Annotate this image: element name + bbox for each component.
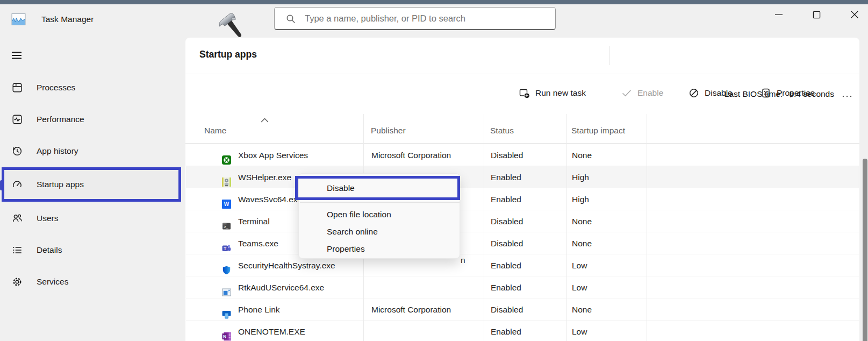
row-impact: None xyxy=(572,144,592,166)
context-menu-item-open-file-location[interactable]: Open file location xyxy=(299,206,460,223)
column-divider xyxy=(484,114,484,341)
row-status: Enabled xyxy=(491,166,521,188)
row-status: Disabled xyxy=(491,299,523,321)
sidebar-item-app-history[interactable]: App history xyxy=(4,138,178,164)
sidebar-item-processes[interactable]: Processes xyxy=(4,75,178,101)
vertical-scrollbar-thumb[interactable] xyxy=(863,159,867,341)
row-impact: Low xyxy=(572,254,587,276)
row-name: RtkAudUService64.exe xyxy=(238,276,324,299)
table-row[interactable]: RtkAudUService64.exe Enabled Low xyxy=(186,276,859,299)
onenote-icon: N xyxy=(222,327,231,336)
task-manager-app-icon xyxy=(11,13,26,25)
security-icon xyxy=(222,261,231,270)
svg-text:>_: >_ xyxy=(224,225,228,229)
sidebar-item-label: Startup apps xyxy=(37,180,84,189)
window-top-edge xyxy=(0,0,868,4)
column-divider xyxy=(647,114,647,341)
row-status: Enabled xyxy=(491,321,521,341)
context-menu-item-search-online[interactable]: Search online xyxy=(299,223,460,240)
row-status: Disabled xyxy=(491,232,523,254)
table-rows: Xbox App Services Microsoft Corporation … xyxy=(185,38,859,341)
row-impact: High xyxy=(572,188,589,210)
sidebar-item-details[interactable]: Details xyxy=(4,237,178,263)
sidebar-item-label: Performance xyxy=(37,115,84,124)
services-icon xyxy=(12,276,23,287)
table-row[interactable]: N ONENOTEM.EXE Enabled Low xyxy=(186,321,859,341)
search-box[interactable] xyxy=(274,7,556,30)
row-impact: Low xyxy=(572,276,587,299)
navigation-menu-button[interactable] xyxy=(10,48,24,62)
row-name: Teams.exe xyxy=(238,232,278,254)
processes-icon xyxy=(12,82,23,93)
startup-apps-panel: Startup apps Run new task Enable Disable… xyxy=(185,38,859,341)
svg-text:N: N xyxy=(223,334,226,339)
search-icon xyxy=(286,14,296,24)
sidebar-item-label: Users xyxy=(37,214,58,223)
row-status: Enabled xyxy=(491,254,521,276)
row-name: ONENOTEM.EXE xyxy=(238,321,305,341)
row-status: Disabled xyxy=(491,144,523,166)
table-row[interactable]: >_ Terminal Disabled None xyxy=(186,210,859,232)
svg-text:W: W xyxy=(224,201,229,207)
startup-apps-icon xyxy=(12,179,23,190)
sidebar-item-users[interactable]: Users xyxy=(4,205,178,231)
context-menu: Disable Open file location Search online… xyxy=(298,173,460,259)
realtek-icon xyxy=(222,283,231,292)
search-input[interactable] xyxy=(305,13,541,24)
row-name: Terminal xyxy=(238,210,270,232)
sidebar-item-label: App history xyxy=(37,146,78,156)
sidebar-item-performance[interactable]: Performance xyxy=(4,106,178,132)
table-row[interactable]: Phone Link Microsoft Corporation Disable… xyxy=(186,299,859,321)
hammer-cursor-icon xyxy=(215,12,248,44)
row-impact: None xyxy=(572,210,592,232)
row-status: Enabled xyxy=(491,276,521,299)
column-divider xyxy=(566,114,567,341)
waves-icon: W xyxy=(222,195,231,204)
details-icon xyxy=(12,245,23,255)
context-menu-item-disable[interactable]: Disable xyxy=(299,177,460,200)
terminal-icon: >_ xyxy=(222,217,231,226)
row-publisher: Microsoft Corporation xyxy=(371,144,451,166)
phonelink-icon xyxy=(222,305,231,314)
svg-text:T: T xyxy=(224,246,226,251)
wshelper-icon xyxy=(222,173,231,182)
sidebar-item-label: Details xyxy=(37,245,62,255)
sidebar-item-label: Services xyxy=(37,277,68,287)
row-impact: None xyxy=(572,299,592,321)
sidebar-item-startup-apps[interactable]: Startup apps xyxy=(4,170,178,199)
row-name: Xbox App Services xyxy=(238,144,308,166)
performance-icon xyxy=(12,114,23,125)
row-publisher: Microsoft Corporation xyxy=(371,299,451,321)
table-row[interactable]: Xbox App Services Microsoft Corporation … xyxy=(186,144,859,166)
publisher-peek-fragment: n xyxy=(461,249,465,271)
table-row[interactable]: T Teams.exe Disabled None xyxy=(186,232,859,254)
row-status: Enabled xyxy=(491,188,521,210)
table-row[interactable]: SecurityHealthSystray.exe Enabled Low xyxy=(186,254,859,276)
table-row[interactable]: W WavesSvc64.exe Enabled High xyxy=(186,188,859,210)
close-button[interactable] xyxy=(847,8,862,22)
row-status: Disabled xyxy=(491,210,523,232)
sidebar-item-label: Processes xyxy=(37,83,75,93)
maximize-button[interactable] xyxy=(809,8,824,22)
sidebar-item-services[interactable]: Services xyxy=(4,269,178,295)
row-name: WSHelper.exe xyxy=(238,166,291,188)
users-icon xyxy=(12,213,23,224)
teams-icon: T xyxy=(222,239,231,248)
xbox-icon xyxy=(222,151,231,160)
task-manager-window: Task Manager Processes Performance App h… xyxy=(0,0,868,341)
nav-selection-pill xyxy=(0,180,3,190)
app-title: Task Manager xyxy=(41,14,94,24)
row-name: WavesSvc64.exe xyxy=(238,188,302,210)
row-name: Phone Link xyxy=(238,299,280,321)
row-impact: High xyxy=(572,166,589,188)
context-menu-item-properties[interactable]: Properties xyxy=(299,240,460,258)
app-history-icon xyxy=(12,146,23,157)
row-impact: Low xyxy=(572,321,587,341)
minimize-button[interactable] xyxy=(771,8,786,22)
context-menu-separator xyxy=(300,202,460,203)
row-impact: None xyxy=(572,232,592,254)
table-row[interactable]: WSHelper.exe Enabled High xyxy=(186,166,859,188)
